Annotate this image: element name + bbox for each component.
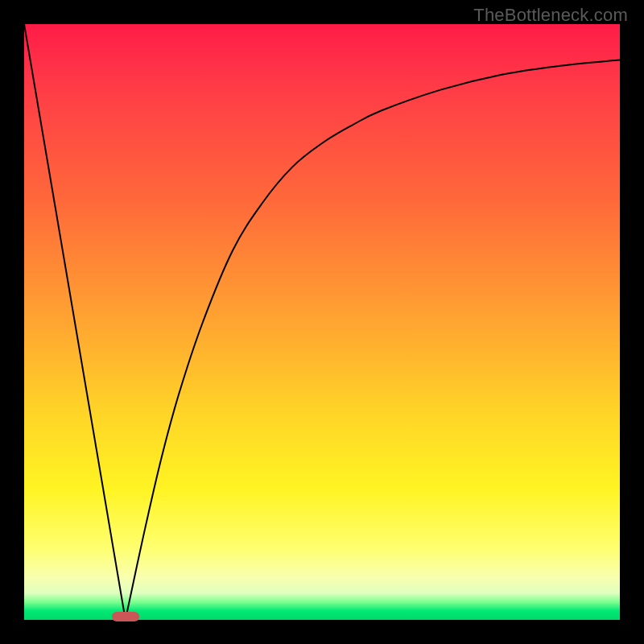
- curve-path-left: [24, 24, 126, 620]
- curve-group: [24, 24, 620, 620]
- chart-frame: TheBottleneck.com: [0, 0, 644, 644]
- min-marker: [112, 612, 139, 621]
- curve-path-right: [126, 60, 620, 620]
- plot-area: [24, 24, 620, 620]
- curve-svg: [24, 24, 620, 620]
- watermark-text: TheBottleneck.com: [473, 5, 628, 26]
